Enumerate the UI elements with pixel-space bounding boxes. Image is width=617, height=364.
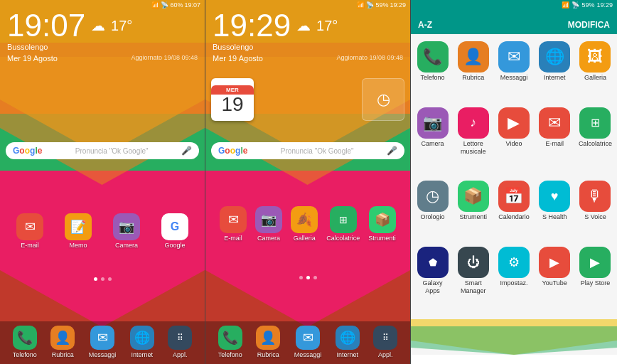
google-logo-2: Google	[218, 146, 247, 156]
messages-label-1: Messaggi	[89, 351, 117, 358]
drawer-play-icon: ▶	[579, 247, 611, 278]
drawer-svoice[interactable]: 🎙 S Voice	[576, 178, 614, 241]
drawer-galaxy[interactable]: ⬟ Galaxy Apps	[414, 244, 451, 315]
drawer-contacts-icon: 👤	[458, 41, 489, 73]
app-email-1[interactable]: ✉ E-mail	[16, 213, 43, 249]
calc-icon-2: ⊞	[330, 206, 357, 233]
app-calc-2[interactable]: ⊞ Calcolatrice	[326, 206, 360, 242]
app-google-1[interactable]: G Google	[161, 213, 188, 249]
drawer-battery: 59%	[581, 1, 594, 9]
dock-rubrica-2[interactable]: 👤 Rubrica	[256, 326, 280, 358]
search-bar-2[interactable]: Google Pronuncia "Ok Google" 🎤	[211, 142, 404, 159]
temp-2: 17°	[316, 18, 338, 33]
drawer-calendario[interactable]: 📅 Calendario	[495, 178, 532, 241]
calendar-widget[interactable]: MER 19	[211, 78, 254, 121]
mic-icon-1[interactable]: 🎤	[181, 146, 192, 156]
app-email-2[interactable]: ✉ E-mail	[220, 206, 247, 242]
drawer-voice-label: S Voice	[584, 213, 606, 221]
drawer-internet-icon: 🌐	[539, 41, 570, 73]
galleria-icon-2: 🍂	[291, 206, 318, 233]
phone-icon-2: 📞	[218, 326, 242, 350]
calc-label-2: Calcolatrice	[326, 235, 360, 242]
apps-label-2: Appl.	[378, 351, 393, 358]
weather-info-1: Bussolengo	[7, 43, 198, 51]
app-galleria-2[interactable]: 🍂 Galleria	[291, 206, 318, 242]
dock-internet-1[interactable]: 🌐 Internet	[130, 326, 154, 358]
drawer-grid: 📞 Telefono 👤 Rubrica ✉ Messaggi 🌐 Intern…	[411, 34, 617, 319]
drawer-shealth[interactable]: ♥ S Health	[536, 178, 574, 241]
drawer-calendar-label: Calendario	[498, 213, 530, 221]
dock-messaggi-2[interactable]: ✉ Messaggi	[294, 326, 322, 358]
dot-s2-1	[299, 276, 303, 279]
app-camera-2[interactable]: 📷 Camera	[255, 206, 282, 242]
drawer-orologio[interactable]: ◷ Orologio	[414, 178, 451, 241]
drawer-messaggi[interactable]: ✉ Messaggi	[495, 38, 532, 102]
app-camera-1[interactable]: 📷 Camera	[113, 213, 140, 249]
drawer-video[interactable]: ▶ Video	[495, 105, 532, 176]
internet-icon-2: 🌐	[336, 326, 360, 350]
weather-info-2: Bussolengo	[213, 43, 403, 51]
page-dots-1	[0, 277, 205, 281]
search-placeholder-1: Pronuncia "Ok Google"	[46, 147, 177, 155]
dock-1: 📞 Telefono 👤 Rubrica ✉ Messaggi 🌐 Intern…	[0, 321, 205, 364]
drawer-galleria[interactable]: 🖼 Galleria	[576, 38, 614, 102]
drawer-internet[interactable]: 🌐 Internet	[536, 38, 574, 102]
drawer-camera[interactable]: 📷 Camera	[414, 105, 451, 176]
phone-icon-1: 📞	[13, 326, 37, 350]
app-memo-1[interactable]: 📝 Memo	[65, 213, 92, 249]
drawer-email[interactable]: ✉ E-mail	[536, 105, 574, 176]
date-1: Mer 19 Agosto	[7, 54, 58, 63]
strumenti-label-2: Strumenti	[368, 235, 396, 242]
drawer-music[interactable]: ♪ Lettore musicale	[454, 105, 492, 176]
dock-internet-2[interactable]: 🌐 Internet	[336, 326, 360, 358]
drawer-header: A-Z MODIFICA	[411, 10, 617, 34]
dock-apps-1[interactable]: ⠿ Appl.	[168, 326, 192, 358]
date-2: Mer 19 Agosto	[213, 54, 263, 63]
app-strumenti-2[interactable]: 📦 Strumenti	[368, 206, 396, 242]
drawer-youtube[interactable]: ▶ YouTube	[536, 244, 574, 315]
internet-label-1: Internet	[131, 351, 153, 358]
sort-button[interactable]: A-Z	[418, 20, 432, 30]
dot-s2-3	[313, 276, 317, 279]
drawer-video-label: Video	[506, 140, 522, 148]
clock-widget[interactable]: ◷	[362, 78, 404, 121]
drawer-phone-icon: 📞	[417, 41, 449, 73]
contacts-icon-2: 👤	[256, 326, 280, 350]
temp-1: 17°	[111, 18, 132, 33]
edit-button[interactable]: MODIFICA	[568, 20, 610, 30]
mic-icon-2[interactable]: 🎤	[387, 146, 397, 156]
dock-rubrica-1[interactable]: 👤 Rubrica	[50, 326, 75, 358]
drawer-calc-label: Calcolatrice	[579, 140, 612, 148]
email-label-1: E-mail	[21, 242, 39, 249]
drawer-settings[interactable]: ⚙ Impostaz.	[495, 244, 532, 315]
drawer-telefono[interactable]: 📞 Telefono	[414, 38, 451, 102]
memo-label-1: Memo	[69, 242, 87, 249]
drawer-camera-icon: 📷	[417, 107, 449, 139]
drawer-dot-active	[513, 358, 516, 361]
dock-apps-2[interactable]: ⠿ Appl.	[373, 326, 397, 358]
signal-icon-1: 📶	[151, 1, 159, 9]
dot-2	[101, 277, 104, 281]
google-logo-1: Google	[13, 146, 42, 156]
app-row-1: ✉ E-mail 📝 Memo 📷 Camera G Google	[0, 213, 205, 249]
drawer-strumenti[interactable]: 📦 Strumenti	[454, 178, 492, 241]
drawer-rubrica[interactable]: 👤 Rubrica	[454, 38, 492, 102]
dock-telefono-1[interactable]: 📞 Telefono	[13, 326, 37, 358]
apps-icon-1: ⠿	[168, 326, 192, 350]
drawer-email-icon: ✉	[539, 107, 570, 139]
drawer-playstore[interactable]: ▶ Play Store	[576, 244, 614, 315]
dock-messaggi-1[interactable]: ✉ Messaggi	[89, 326, 117, 358]
status-bar-1: 📶 📡 60% 19:07	[0, 0, 205, 10]
drawer-smartmanager[interactable]: ⏻ Smart Manager	[454, 244, 492, 315]
contacts-label-2: Rubrica	[257, 351, 279, 358]
search-bar-1[interactable]: Google Pronuncia "Ok Google" 🎤	[6, 142, 199, 159]
dot-s2-active	[306, 276, 310, 279]
drawer-calc[interactable]: ⊞ Calcolatrice	[576, 105, 614, 176]
app-row-2: ✉ E-mail 📷 Camera 🍂 Galleria ⊞ Calcolatr…	[205, 206, 410, 242]
drawer-signal: 📶	[562, 1, 569, 9]
dock-telefono-2[interactable]: 📞 Telefono	[218, 326, 242, 358]
search-placeholder-2: Pronuncia "Ok Google"	[252, 147, 382, 155]
drawer-youtube-label: YouTube	[542, 279, 567, 287]
google-icon-1: G	[161, 213, 188, 240]
drawer-phone-label: Telefono	[421, 74, 445, 82]
